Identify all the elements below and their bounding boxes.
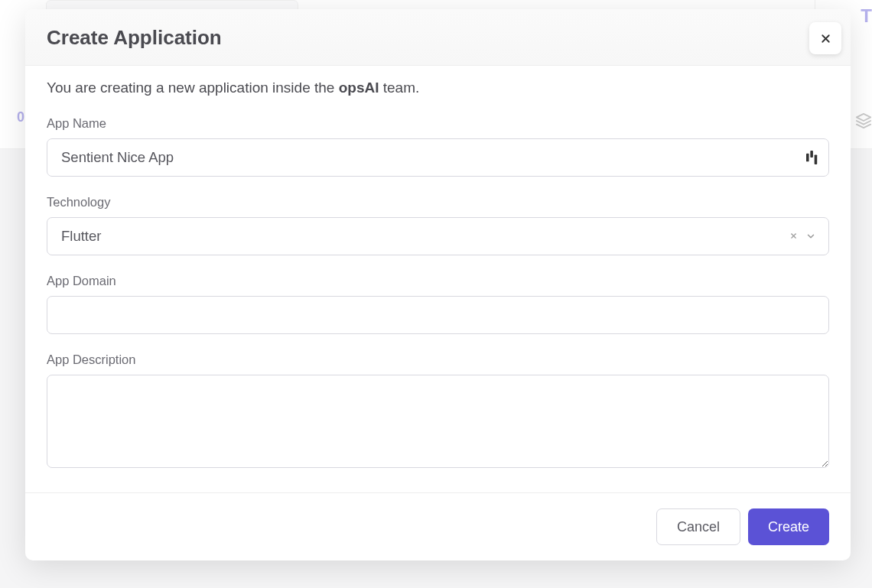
dropdown-toggle-button[interactable] [804, 229, 818, 243]
app-domain-label: App Domain [47, 274, 829, 288]
form-group-technology: Technology Flutter [47, 195, 829, 255]
technology-select[interactable]: Flutter [47, 217, 829, 255]
app-name-input-wrap [47, 138, 829, 177]
technology-value: Flutter [61, 228, 788, 245]
app-description-label: App Description [47, 352, 829, 367]
close-icon [819, 32, 832, 45]
app-description-textarea[interactable] [47, 375, 829, 468]
modal-header: Create Application [25, 9, 851, 66]
chevron-down-icon [805, 231, 816, 242]
intro-text: You are creating a new application insid… [47, 80, 829, 96]
app-name-label: App Name [47, 116, 829, 131]
app-name-input[interactable] [47, 138, 829, 177]
create-application-modal: Create Application You are creating a ne… [25, 9, 851, 560]
select-icons [788, 229, 818, 244]
modal-title: Create Application [47, 26, 829, 50]
modal-body: You are creating a new application insid… [25, 66, 851, 492]
team-name: opsAI [339, 80, 379, 96]
clear-selection-button[interactable] [788, 229, 799, 244]
form-group-app-name: App Name [47, 116, 829, 177]
app-domain-input[interactable] [47, 296, 829, 334]
form-group-app-description: App Description [47, 352, 829, 471]
clear-icon [789, 232, 798, 240]
technology-label: Technology [47, 195, 829, 210]
form-group-app-domain: App Domain [47, 274, 829, 334]
modal-footer: Cancel Create [25, 492, 851, 560]
close-button[interactable] [809, 22, 841, 54]
cancel-button[interactable]: Cancel [656, 508, 740, 545]
create-button[interactable]: Create [748, 508, 829, 545]
intro-prefix: You are creating a new application insid… [47, 80, 339, 96]
intro-suffix: team. [379, 80, 419, 96]
app-domain-input-wrap [47, 296, 829, 334]
